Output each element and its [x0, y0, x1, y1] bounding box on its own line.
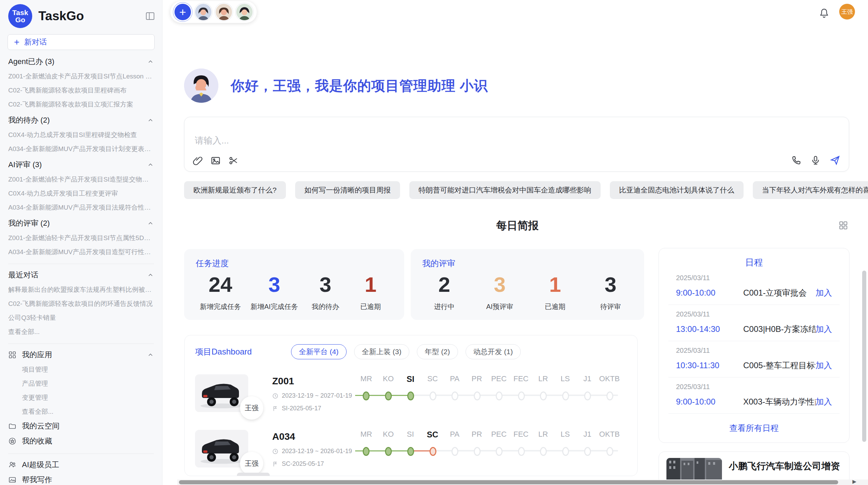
apps-view-all[interactable]: 查看全部... — [8, 405, 154, 419]
greeting-text: 你好，王强，我是你的项目管理助理 小识 — [231, 76, 488, 95]
join-link[interactable]: 加入 — [816, 287, 832, 298]
image-upload-icon[interactable] — [210, 156, 221, 166]
my-cloud-item[interactable]: 我的云空间 — [8, 419, 154, 434]
user-avatar-badge[interactable]: 王强 — [839, 4, 855, 20]
layout-grid-icon[interactable] — [839, 221, 848, 230]
section-recent-chats[interactable]: 最近对话 — [8, 268, 154, 283]
sidebar-item[interactable]: C02-飞腾新能源轻客改款项目立项汇报方案 — [8, 97, 154, 111]
agent-avatar-3[interactable] — [236, 4, 253, 20]
flag-date-text: SC-2025-05-17 — [282, 460, 324, 468]
vertical-scrollbar-thumb[interactable] — [862, 271, 866, 442]
clock-icon — [272, 448, 278, 455]
new-chat-button[interactable]: + 新对话 — [8, 34, 155, 50]
recent-view-all[interactable]: 查看全部... — [8, 325, 154, 339]
section-label: 最近对话 — [8, 270, 38, 280]
app-item-product[interactable]: 产品管理 — [8, 376, 154, 390]
section-agent-done[interactable]: Agent已办 (3) — [8, 54, 154, 69]
filter-powertrain[interactable]: 动总开发 (1) — [466, 344, 521, 359]
chevron-up-icon — [147, 351, 154, 358]
milestone-label: LR — [532, 374, 554, 384]
project-image-wrap: 王强 — [195, 430, 248, 468]
app-item-project[interactable]: 项目管理 — [8, 362, 154, 376]
flag-date-text: SI-2025-05-17 — [282, 405, 321, 412]
my-review-stats: 2 进行中 3 AI预评审 1 已逾期 3 待评审 — [422, 271, 632, 311]
schedule-event: 2025/03/11 10:30-11:30 C005-整车工程目标评审 加入 — [668, 341, 840, 377]
send-icon[interactable] — [830, 155, 841, 166]
phone-icon[interactable] — [791, 155, 801, 165]
chat-input[interactable] — [194, 135, 744, 146]
milestone-label: LR — [532, 430, 554, 439]
milestone-label-current: SC — [422, 430, 444, 439]
my-apps-header[interactable]: 我的应用 — [8, 347, 154, 362]
milestone-dot — [584, 447, 591, 456]
milestone-label: OKTB — [599, 374, 621, 384]
event-time: 10:30-11:30 — [676, 361, 743, 370]
flag-icon — [272, 461, 278, 467]
stat-value: 2 — [426, 271, 462, 299]
suggestion-chip[interactable]: 当下年轻人对汽车外观有怎样的喜好趋势 — [753, 181, 868, 199]
milestone-dot-overdue — [430, 447, 436, 456]
my-favorites-item[interactable]: 我的收藏 — [8, 434, 154, 449]
milestone-label: J1 — [576, 430, 599, 439]
notification-bell-icon[interactable] — [819, 8, 830, 18]
filter-all-new-platform[interactable]: 全新平台 (4) — [291, 344, 347, 359]
horizontal-scrollbar-thumb[interactable] — [179, 480, 838, 484]
tool-help-write[interactable]: 帮我写作 — [8, 472, 154, 485]
milestone-label: PA — [444, 374, 466, 384]
sidebar-header: Task Go TaskGo — [0, 0, 162, 28]
join-link[interactable]: 加入 — [816, 396, 832, 407]
project-code: Z001 — [272, 376, 354, 387]
scissors-icon[interactable] — [228, 156, 239, 166]
sidebar-collapse-icon[interactable] — [145, 11, 155, 21]
stat-value: 24 — [200, 271, 241, 299]
milestone-dot — [562, 447, 569, 456]
suggestion-chip[interactable]: 如何写一份清晰的项目周报 — [295, 181, 400, 199]
milestone-label: PR — [466, 374, 488, 384]
milestone-dot — [385, 391, 392, 400]
stat-label: 已逾期 — [353, 302, 388, 311]
grid-icon — [8, 351, 16, 359]
milestone-dot — [451, 447, 458, 456]
filter-year-model[interactable]: 年型 (2) — [417, 344, 458, 359]
microphone-icon[interactable] — [810, 155, 821, 165]
event-name: X003-车辆动力学性能验... — [743, 396, 816, 407]
milestone-label: LS — [554, 374, 577, 384]
suggestion-chip[interactable]: 比亚迪全固态电池计划具体说了什么 — [610, 181, 744, 199]
sidebar-item[interactable]: Z001-全新燃油皮卡产品开发项目SI节点Lesson Learn报告 — [8, 69, 154, 83]
schedule-card: 日程 2025/03/11 9:00-10:00 C001-立项审批会 加入 2… — [659, 248, 849, 443]
scroll-right-arrow[interactable]: ▶ — [852, 478, 856, 485]
stat-value: 1 — [537, 271, 573, 299]
sidebar-item[interactable]: C02-飞腾新能源轻客改款项目里程碑画布 — [8, 83, 154, 97]
sidebar-item[interactable]: Z001-全新燃油轻卡产品开发项目SI造型提交物评审 — [8, 172, 154, 186]
sidebar-item[interactable]: C0X4-动力总成开发项目工程变更评审 — [8, 186, 154, 200]
section-my-review[interactable]: 我的评审 (2) — [8, 216, 154, 231]
section-ai-review[interactable]: AI评审 (3) — [8, 157, 154, 172]
sidebar-item[interactable]: Z001-全新燃油轻卡产品开发项目SI节点属性5D文件评审 — [8, 231, 154, 245]
event-date: 2025/03/11 — [676, 274, 832, 282]
agent-avatar-1[interactable] — [195, 4, 212, 20]
agent-avatar-2[interactable] — [216, 4, 232, 20]
attachment-icon[interactable] — [193, 156, 203, 166]
join-link[interactable]: 加入 — [816, 360, 832, 371]
project-row-z001[interactable]: 王强 Z001 2023-12-19 ~ 2027-01-19 SI-2025-… — [195, 374, 627, 412]
filter-new-body[interactable]: 全新上装 (3) — [354, 344, 410, 359]
join-link[interactable]: 加入 — [816, 324, 832, 335]
sidebar-item[interactable]: C0X4-动力总成开发项目SI里程碑提交物检查 — [8, 128, 154, 142]
app-item-change[interactable]: 变更管理 — [8, 390, 154, 405]
stat-ai-prereview: 3 AI预评审 — [482, 271, 518, 311]
sidebar-item[interactable]: A034-全新新能源MUV产品开发项目法规符合性评审 — [8, 200, 154, 214]
sidebar-item[interactable]: A034-全新新能源MUV产品开发项目造型可行性评审 — [8, 245, 154, 259]
suggestion-chip[interactable]: 特朗普可能对进口汽车增税会对中国车企造成哪些影响 — [409, 181, 601, 199]
project-row-a034[interactable]: 王强 A034 2023-12-19 ~ 2026-01-19 SC-2025-… — [195, 430, 627, 468]
recent-chat-item[interactable]: C02-飞腾新能源轻客改款项目的闭环通告反馈情况 — [8, 297, 154, 311]
suggestion-chip[interactable]: 欧洲新规最近颁布了什么? — [184, 181, 286, 199]
section-label: 我的待办 (2) — [8, 115, 50, 125]
sidebar-item[interactable]: A034-全新新能源MUV产品开发项目计划变更表编写 — [8, 142, 154, 156]
recent-chat-item[interactable]: 解释最新出台的欧盟报废车法规再生塑料比例被调至15%... — [8, 283, 154, 297]
tool-ai-employee[interactable]: AI超级员工 — [8, 457, 154, 472]
tool-label: AI超级员工 — [22, 460, 59, 470]
section-my-todo[interactable]: 我的待办 (2) — [8, 113, 154, 128]
schedule-view-all[interactable]: 查看所有日程 — [659, 423, 849, 434]
recent-chat-item[interactable]: 公司Q3轻卡销量 — [8, 311, 154, 325]
add-agent-button[interactable]: + — [174, 4, 191, 20]
